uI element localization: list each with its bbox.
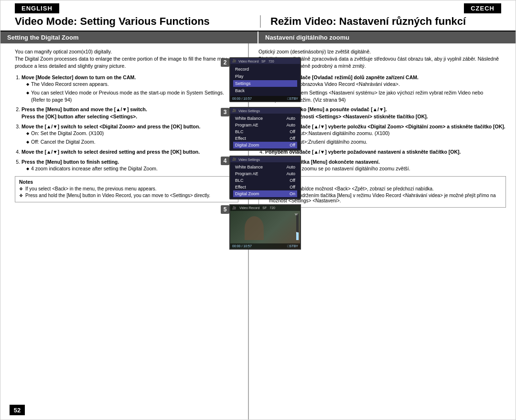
title-czech: Režim Video: Nastavení různých funkcí xyxy=(260,15,516,28)
cam-screen-4: 🎥 Video Settings White BalanceAuto Progr… xyxy=(229,156,301,200)
t-label: T xyxy=(296,231,298,234)
menu-settings: Settings xyxy=(233,80,297,87)
person-silhouette xyxy=(245,216,264,240)
menu-ae-3: Program AEAuto xyxy=(233,122,297,128)
cam-icon-3: 🎥 xyxy=(232,109,236,113)
menu-record: Record xyxy=(233,66,297,73)
step-2-right: Stiskněte tlačítko [Menu] a posuňte ovla… xyxy=(265,106,506,120)
cam-preview-sf: SF xyxy=(262,206,267,210)
cam-preview-status: □STBY xyxy=(287,244,298,248)
step-number-3: 3 xyxy=(221,108,229,116)
step-3-left: Move the [▲/▼] switch to select <Digital… xyxy=(22,123,238,146)
note-1: If you select <Back> in the menu, the pr… xyxy=(19,186,234,191)
section-header-czech: Nastavení digitálního zoomu xyxy=(258,32,516,43)
cam-time-2: 00:00 / 10:57 xyxy=(232,97,252,100)
bullet-3a-right: On <Zapnout>:Nastavení digitálního zoomu… xyxy=(270,130,506,137)
bullet-3b-right: Off <Vypnout>:Zrušení digitálního zoomu. xyxy=(270,138,506,146)
cam-footer-2: 00:00 / 10:57 □STBY xyxy=(230,96,300,101)
cam-status-2: □STBY xyxy=(287,97,298,100)
menu-wb-4: White BalanceAuto xyxy=(233,164,297,170)
bullet-1b-left: You can select Video mode or Previous mo… xyxy=(26,89,238,103)
cam-preview-mode: Video Record xyxy=(239,206,259,210)
cam-preview-5: 🎥 Video Record SF 720 W T 00:00 / 10:57 xyxy=(229,204,301,250)
bullet-5a-right: 4 indikátory zoomu se po nastavení digit… xyxy=(270,165,506,172)
menu-dz-3: Digital ZoomOff xyxy=(233,142,297,148)
menu-ae-4: Program AEAuto xyxy=(233,170,297,177)
cam-header-text-3: Video Settings xyxy=(238,109,260,113)
screen-2-wrapper: 2 🎥 Video Record SF 720 Record Play Sett… xyxy=(229,57,294,102)
menu-play: Play xyxy=(233,73,297,80)
bullet-5a-left: 4 zoom indicators increase after setting… xyxy=(26,165,238,172)
notes-title: Notes xyxy=(19,179,234,185)
cam-header-text-2: Video Record SF 720 xyxy=(238,60,274,63)
cam-icon-4: 🎥 xyxy=(232,158,236,161)
step-1-left: Move [Mode Selector] down to turn on the… xyxy=(22,74,238,104)
step-number-5: 5 xyxy=(221,205,229,214)
step-4-right: Pohybem ovladače [▲/▼] vyberte požadovan… xyxy=(265,148,506,156)
bullet-3a-left: On: Set the Digital Zoom. (X100) xyxy=(26,130,238,137)
step-number-2: 2 xyxy=(221,58,229,67)
w-label: W xyxy=(295,213,298,216)
step-2-left: Press the [Menu] button and move the [▲/… xyxy=(22,106,238,120)
cam-body-3: White BalanceAuto Program AEAuto BLCOff … xyxy=(230,114,300,150)
menu-blc-3: BLCOff xyxy=(233,128,297,135)
screen-3-wrapper: 3 🎥 Video Settings White BalanceAuto Pro… xyxy=(229,107,294,151)
czech-label: CZECH xyxy=(464,3,501,13)
section-header-english: Setting the Digital Zoom xyxy=(0,32,258,43)
cam-header-2: 🎥 Video Record SF 720 xyxy=(230,58,300,64)
menu-dz-4: Digital ZoomOn xyxy=(233,190,297,197)
title-english: Video Mode: Setting Various Functions xyxy=(0,15,260,28)
step-5-left: Press the [Menu] button to finish settin… xyxy=(22,158,238,172)
cam-preview-res: 720 xyxy=(269,206,275,210)
menu-effect-3: EffectOff xyxy=(233,135,297,142)
menu-blc-4: BLCOff xyxy=(233,177,297,184)
cam-body-4: White BalanceAuto Program AEAuto BLCOff … xyxy=(230,162,300,199)
step-4-left: Move the [▲/▼] switch to select desired … xyxy=(22,148,238,156)
step-1-right: Pohybem ovladače [Ovladač režimů] dolů z… xyxy=(265,74,506,104)
menu-back: Back xyxy=(233,87,297,94)
left-intro: You can magnify optical zoom(x10) digita… xyxy=(15,48,238,70)
notes-box: Notes If you select <Back> in the menu, … xyxy=(15,176,238,202)
camera-screens-strip: 2 🎥 Video Record SF 720 Record Play Sett… xyxy=(220,57,294,252)
screen-5-wrapper: 5 🎥 Video Record SF 720 W T xyxy=(229,204,294,250)
screen-4-wrapper: 4 🎥 Video Settings White BalanceAuto Pro… xyxy=(229,156,294,200)
menu-wb-3: White BalanceAuto xyxy=(233,115,297,122)
bullet-3b-left: Off: Cancel the Digital Zoom. xyxy=(26,138,238,146)
cam-header-3: 🎥 Video Settings xyxy=(230,108,300,114)
cam-preview-time: 00:00 / 10:57 xyxy=(232,244,252,248)
step-number-4: 4 xyxy=(221,157,229,165)
cam-screen-3: 🎥 Video Settings White BalanceAuto Progr… xyxy=(229,107,301,151)
cam-screen-2: 🎥 Video Record SF 720 Record Play Settin… xyxy=(229,57,301,102)
cam-header-4: 🎥 Video Settings xyxy=(230,157,300,162)
cam-preview-icon: 🎥 xyxy=(232,206,236,210)
cam-preview-footer: 00:00 / 10:57 □STBY xyxy=(230,243,300,249)
note-2: Press and hold the [Menu] button in Vide… xyxy=(19,193,234,198)
cam-header-text-4: Video Settings xyxy=(238,158,260,161)
english-label: ENGLISH xyxy=(15,3,59,13)
cam-icon-2: 🎥 xyxy=(232,59,236,63)
step-5-right: Stisknutím tlačítka [Menu] dokončete nas… xyxy=(265,158,506,172)
left-steps: Move [Mode Selector] down to turn on the… xyxy=(15,74,238,172)
zoom-bar: W T xyxy=(296,214,299,240)
page-number: 52 xyxy=(10,405,25,415)
left-column: You can magnify optical zoom(x10) digita… xyxy=(0,43,249,420)
bullet-1a-right: Zobrazí se obrazovka Video Record <Nahrá… xyxy=(270,81,506,88)
cam-body-2: Record Play Settings Back xyxy=(230,64,300,96)
step-3-right: Pohybem ovladače [▲/▼] vyberte položku <… xyxy=(265,123,506,146)
cam-preview-overlay: 🎥 Video Record SF 720 xyxy=(230,205,300,211)
bullet-1a-left: The Video Record screen appears. xyxy=(26,81,238,88)
bullet-1b-right: V části System Settings <Nastavení systé… xyxy=(270,89,506,103)
menu-effect-4: EffectOff xyxy=(233,184,297,190)
